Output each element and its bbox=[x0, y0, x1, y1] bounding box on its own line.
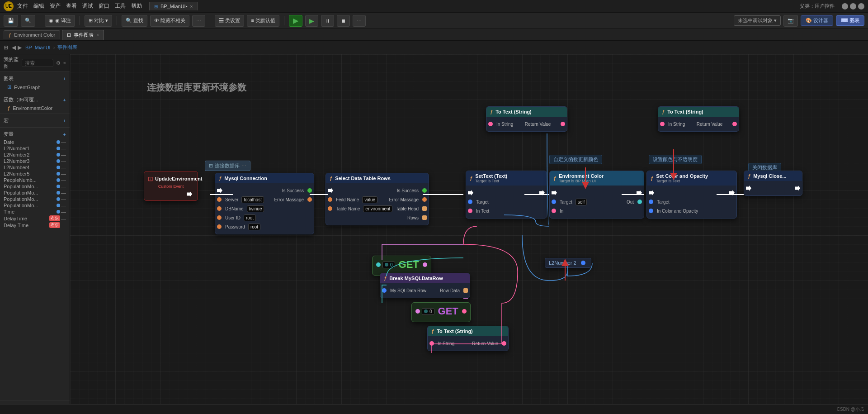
close-button[interactable] bbox=[858, 3, 864, 10]
connections-svg bbox=[70, 54, 868, 414]
title-tab-close[interactable]: × bbox=[190, 4, 193, 9]
compare-button[interactable]: ⊞ 对比 ▾ bbox=[85, 15, 112, 27]
var-delaytime[interactable]: DelayTime 布尔 — bbox=[0, 215, 70, 222]
menu-debug[interactable]: 调试 bbox=[82, 2, 93, 10]
set-color-node: ƒ Set Color and Opacity Target is Text T… bbox=[646, 171, 737, 219]
menu-tools[interactable]: 工具 bbox=[115, 2, 126, 10]
minimize-button[interactable] bbox=[842, 3, 848, 10]
var-l2number2[interactable]: L2Number2 — bbox=[0, 152, 70, 158]
tab-event-graph-close[interactable]: × bbox=[96, 33, 99, 38]
camera-button[interactable]: 📷 bbox=[783, 15, 798, 27]
left-panel-close[interactable]: × bbox=[63, 60, 66, 66]
menu-assets[interactable]: 资产 bbox=[50, 2, 61, 10]
functions-header[interactable]: 函数（36可覆... + bbox=[0, 95, 70, 105]
stop-button[interactable]: ⏹ bbox=[337, 15, 350, 27]
find-button[interactable]: 🔍 bbox=[21, 15, 35, 27]
val-server: localhost bbox=[241, 196, 264, 203]
menu-help[interactable]: 帮助 bbox=[131, 2, 142, 10]
var-l2number3[interactable]: L2Number3 — bbox=[0, 158, 70, 164]
breadcrumb-forward[interactable]: ▶ bbox=[18, 44, 22, 51]
macros-add[interactable]: + bbox=[63, 118, 66, 124]
select-data-body: Is Success Feild Name value Error Massag… bbox=[326, 183, 429, 225]
set-text-exec-in bbox=[468, 190, 473, 195]
connect-db-icon: ⊞ bbox=[209, 163, 213, 169]
graphs-header[interactable]: 图表 + bbox=[0, 74, 70, 83]
menu-file[interactable]: 文件 bbox=[17, 2, 28, 10]
pin-instring-bottom bbox=[429, 341, 434, 346]
var-popmo3[interactable]: PopulationMo... — bbox=[0, 196, 70, 202]
set-color-title: Set Color and Opacity bbox=[656, 173, 708, 179]
ue-logo: UE bbox=[4, 1, 14, 11]
set-color-header: ƒ Set Color and Opacity Target is Text bbox=[647, 171, 736, 186]
breadcrumb-root[interactable]: BP_MianUI bbox=[25, 45, 51, 50]
menu-view[interactable]: 查看 bbox=[66, 2, 77, 10]
var-l2number1[interactable]: L2Number1 — bbox=[0, 145, 70, 152]
breadcrumb-back[interactable]: ◀ bbox=[12, 44, 16, 51]
graph-canvas[interactable]: 连接数据库更新环境参数 bbox=[70, 54, 868, 414]
left-panel-settings[interactable]: ⚙ bbox=[56, 60, 61, 66]
pin-dbname bbox=[217, 206, 222, 211]
defaults-button[interactable]: ≡ 类默认值 bbox=[247, 15, 279, 27]
variables-header[interactable]: 变量 + bbox=[0, 129, 70, 139]
var-l2number5[interactable]: L2Number5 — bbox=[0, 171, 70, 177]
menu-window[interactable]: 窗口 bbox=[99, 2, 109, 10]
var-time[interactable]: Time — bbox=[0, 209, 70, 215]
var-popmo4[interactable]: PopulationMo... — bbox=[0, 202, 70, 209]
menu-edit[interactable]: 编辑 bbox=[33, 2, 44, 10]
set-color-label[interactable]: 设置颜色与不透明度 bbox=[649, 155, 702, 164]
select-data-header: ƒ Select Data Table Rows bbox=[326, 173, 429, 183]
variables-label: 变量 bbox=[4, 131, 14, 138]
var-peoplenumb[interactable]: PeopleNumb... — bbox=[0, 177, 70, 183]
title-tab[interactable]: ⊞ BP_MianUI• × bbox=[149, 2, 198, 10]
break-mysql-header: ƒ Break MySQLDataRow bbox=[380, 273, 470, 283]
mysql-connection-node: ƒ Mysql Connection Is Success Server loc… bbox=[215, 173, 314, 234]
graphs-add[interactable]: + bbox=[63, 76, 66, 81]
functions-add[interactable]: + bbox=[63, 97, 66, 103]
play-button[interactable]: ▶ bbox=[289, 15, 302, 27]
label-intext: In Text bbox=[474, 209, 491, 214]
var-l2num1-type bbox=[57, 147, 60, 150]
pause-button[interactable]: ⏸ bbox=[321, 15, 334, 27]
var-popmo2[interactable]: PopulationMo... — bbox=[0, 190, 70, 196]
pin-rowdata bbox=[463, 288, 468, 293]
left-panel-search[interactable] bbox=[22, 59, 53, 67]
env-color-func-item[interactable]: ƒ EnvironmentColor bbox=[0, 105, 70, 112]
update-env-node: ⊡ UpdateEnvironment Custom Event bbox=[144, 171, 198, 201]
debug-selector[interactable]: 未选中调试对象 ▾ bbox=[734, 15, 781, 26]
macros-section: 宏 + bbox=[0, 114, 70, 128]
var-date[interactable]: Date — bbox=[0, 139, 70, 145]
mysql-conn-issuccess-label: Is Success bbox=[280, 188, 306, 193]
custom-func-label[interactable]: 自定义函数更新颜色 bbox=[549, 155, 602, 164]
maximize-button[interactable] bbox=[850, 3, 856, 10]
hide-unrelated-button[interactable]: 👁 隐藏不相关 bbox=[150, 15, 189, 27]
env-color-body: Target self Out In bbox=[550, 186, 644, 218]
save-button[interactable]: 💾 bbox=[4, 15, 18, 27]
tab-icon: ⊞ bbox=[154, 4, 158, 9]
main-layout: 我的蓝图 ⚙ × 图表 + ⊞ EventGraph 函数（36可覆... + bbox=[0, 54, 868, 414]
tab-event-graph[interactable]: ⊞ 事件图表 × bbox=[62, 30, 104, 40]
to-text-top2-node: ƒ To Text (String) In String Return Valu… bbox=[658, 106, 739, 132]
env-color-icon: ƒ bbox=[553, 176, 556, 181]
translate-button[interactable]: ◉ ◉ 译注 bbox=[45, 15, 75, 27]
play2-button[interactable]: ▶ bbox=[305, 15, 318, 27]
set-color-icon: ƒ bbox=[651, 176, 653, 181]
connect-db-button[interactable]: ⊞ 连接数据库 ⋯ bbox=[205, 161, 250, 171]
pin-errmsg bbox=[307, 197, 312, 202]
tab-env-color[interactable]: ƒ Environment Color bbox=[4, 30, 60, 39]
mysql-conn-server: Server localhost Error Massage bbox=[215, 195, 314, 204]
macros-header[interactable]: 宏 + bbox=[0, 116, 70, 125]
event-graph-item[interactable]: ⊞ EventGraph bbox=[0, 83, 70, 91]
types-button[interactable]: ☰ 类设置 bbox=[215, 15, 244, 27]
more-button-2[interactable]: ⋯ bbox=[353, 15, 366, 27]
var-delaytime2[interactable]: Delay Time 布尔 — bbox=[0, 222, 70, 228]
var-l2number4[interactable]: L2Number4 — bbox=[0, 164, 70, 171]
var-popmo1[interactable]: PopulationMo... — bbox=[0, 183, 70, 190]
pin-tablename bbox=[328, 206, 332, 211]
designer-button[interactable]: 🎨 设计器 bbox=[801, 15, 833, 26]
graph-button[interactable]: ⌨ 图表 bbox=[836, 15, 864, 26]
variables-add[interactable]: + bbox=[63, 132, 66, 137]
mysql-close-exec bbox=[744, 184, 802, 193]
more-button-1[interactable]: ⋯ bbox=[192, 15, 205, 27]
search-button[interactable]: 🔍 查找 bbox=[122, 15, 147, 27]
env-color-target: Target self Out bbox=[550, 197, 644, 206]
